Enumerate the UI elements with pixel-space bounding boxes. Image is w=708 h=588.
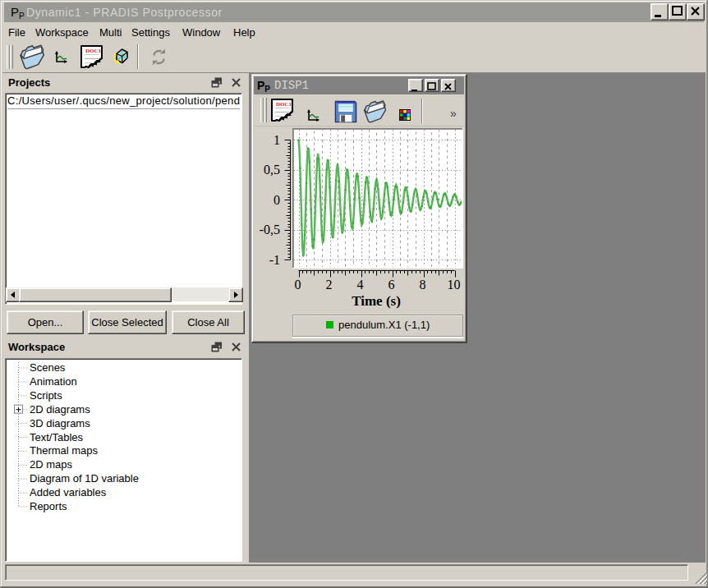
svg-text:2: 2 [326, 278, 333, 292]
svg-text:0,5: 0,5 [264, 163, 280, 177]
svg-text:6: 6 [388, 278, 395, 292]
svg-text:8: 8 [420, 278, 426, 292]
svg-text:-0,5: -0,5 [260, 223, 280, 237]
svg-text:1: 1 [274, 133, 280, 147]
svg-text:-1: -1 [269, 253, 280, 267]
svg-text:4: 4 [357, 278, 364, 292]
svg-text:Time (s): Time (s) [352, 293, 401, 309]
svg-text:0: 0 [295, 278, 301, 292]
svg-text:10: 10 [448, 278, 461, 292]
svg-text:0: 0 [274, 193, 280, 207]
